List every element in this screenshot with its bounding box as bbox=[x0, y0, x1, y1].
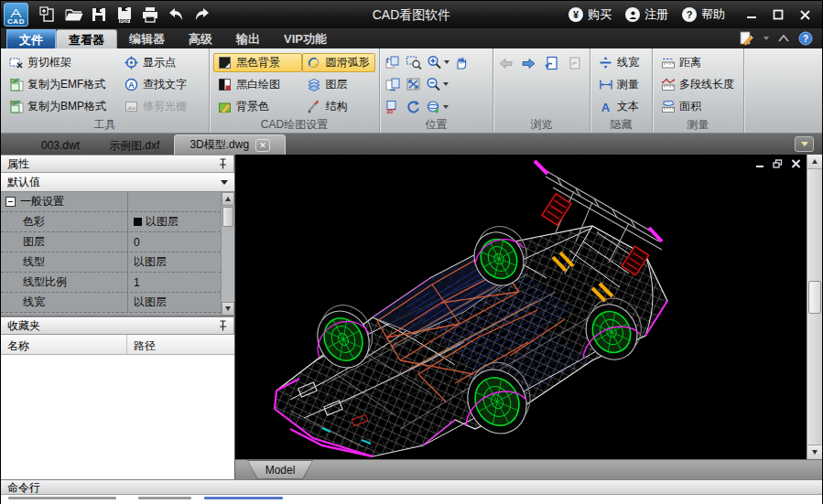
black-background-toggle[interactable]: 黑色背景 bbox=[213, 53, 302, 72]
property-row-layer[interactable]: 图层 0 bbox=[1, 232, 221, 252]
drawing-canvas[interactable]: Model bbox=[235, 155, 822, 479]
yen-icon: ¥ bbox=[569, 7, 583, 22]
hide-text-button[interactable]: A 文本 bbox=[594, 97, 648, 116]
trim-raster-button[interactable]: 修剪光栅 bbox=[120, 97, 204, 116]
property-row-color[interactable]: 色彩 以图层 bbox=[1, 212, 221, 232]
rotate-view-button[interactable] bbox=[384, 54, 402, 70]
collapse-expander-icon[interactable] bbox=[5, 197, 16, 207]
new-file-icon bbox=[38, 5, 57, 24]
flip-view-button[interactable] bbox=[384, 76, 402, 92]
close-tab-button[interactable]: ✕ bbox=[255, 139, 270, 152]
ribbon-group-tools: 剪切框架 EMF 复制为EMF格式 BMP 复制为BMP格式 显示点 bbox=[1, 48, 210, 133]
open-file-button[interactable] bbox=[60, 4, 86, 26]
menu-tab-advanced[interactable]: 高级 bbox=[177, 29, 224, 48]
zoom-out-button[interactable] bbox=[425, 76, 449, 92]
layers-button[interactable]: 图层 bbox=[302, 75, 375, 94]
redo-button[interactable] bbox=[189, 4, 214, 26]
view-forward-button[interactable] bbox=[520, 56, 537, 71]
pan-button[interactable] bbox=[453, 54, 471, 70]
minimize-button[interactable] bbox=[746, 9, 757, 20]
undo-button[interactable] bbox=[163, 4, 189, 26]
quick-edit-button[interactable] bbox=[739, 31, 754, 46]
find-text-button[interactable]: A 查找文字 bbox=[120, 75, 204, 94]
property-group-row[interactable]: 一般设置 bbox=[1, 192, 221, 212]
canvas-scrollbar-thumb[interactable] bbox=[808, 281, 821, 314]
quick-edit-dropdown[interactable] bbox=[763, 37, 769, 40]
properties-scrollbar[interactable] bbox=[221, 192, 234, 316]
mdi-restore-button[interactable] bbox=[773, 159, 783, 168]
canvas-vertical-scrollbar[interactable] bbox=[807, 155, 822, 459]
menu-tab-vip[interactable]: VIP功能 bbox=[272, 29, 339, 48]
help-link[interactable]: ? 帮助 bbox=[682, 6, 725, 23]
scrollbar-thumb[interactable] bbox=[222, 207, 233, 227]
zoom-window-button[interactable] bbox=[405, 54, 423, 70]
favorites-col-path[interactable]: 路径 bbox=[127, 335, 234, 354]
measure-distance-button[interactable]: 距离 bbox=[656, 53, 740, 72]
measure-area-button[interactable]: 面积 bbox=[656, 97, 740, 116]
pin-icon[interactable] bbox=[219, 320, 227, 331]
buy-link[interactable]: ¥ 购买 bbox=[569, 6, 612, 23]
bw-drawing-button[interactable]: 黑白绘图 bbox=[213, 75, 302, 94]
favorites-col-name[interactable]: 名称 bbox=[1, 335, 127, 354]
clip-frame-button[interactable]: 剪切框架 bbox=[5, 53, 120, 72]
register-link[interactable]: 注册 bbox=[625, 6, 668, 23]
menu-tab-file[interactable]: 文件 bbox=[6, 29, 56, 48]
favorites-panel-header: 收藏夹 bbox=[1, 316, 234, 335]
structure-button[interactable]: 结构 bbox=[302, 97, 375, 116]
ribbon-help-button[interactable]: ? bbox=[798, 31, 813, 46]
show-points-button[interactable]: 显示点 bbox=[120, 53, 204, 72]
view-redo-button[interactable] bbox=[566, 55, 583, 71]
property-row-linetype-scale[interactable]: 线型比例 1 bbox=[1, 273, 221, 293]
zoom-in-button[interactable] bbox=[426, 54, 450, 70]
view-restore-button[interactable] bbox=[543, 55, 560, 71]
tab-list-dropdown-button[interactable] bbox=[795, 136, 814, 152]
copy-emf-button[interactable]: EMF 复制为EMF格式 bbox=[5, 75, 120, 94]
zoom-in-dropdown[interactable] bbox=[444, 60, 449, 64]
scroll-down-button[interactable] bbox=[222, 302, 234, 316]
favorites-list-empty[interactable] bbox=[1, 355, 234, 479]
copy-bmp-button[interactable]: BMP 复制为BMP格式 bbox=[5, 97, 120, 116]
rotate-angle-button[interactable]: 35° bbox=[384, 99, 402, 115]
scroll-up-button[interactable] bbox=[222, 192, 234, 206]
zoom-extents-button[interactable] bbox=[405, 76, 422, 92]
refresh-view-button[interactable] bbox=[405, 99, 422, 115]
measure-polyline-button[interactable]: 多段线长度 bbox=[656, 75, 740, 94]
menu-tab-viewer[interactable]: 查看器 bbox=[56, 29, 117, 48]
hide-lineweight-button[interactable]: 线宽 bbox=[594, 53, 648, 72]
select-caret-icon bbox=[221, 180, 228, 185]
background-color-button[interactable]: 背景色 bbox=[213, 97, 302, 116]
print-button[interactable] bbox=[137, 4, 163, 26]
model-tab[interactable]: Model bbox=[247, 460, 313, 479]
property-row-linetype[interactable]: 线型 以图层 bbox=[1, 252, 221, 273]
mdi-window-controls bbox=[755, 159, 801, 168]
view-back-button[interactable] bbox=[497, 56, 514, 71]
maximize-button[interactable] bbox=[773, 9, 784, 20]
menu-tab-editor[interactable]: 编辑器 bbox=[117, 29, 177, 48]
save-button[interactable] bbox=[86, 4, 112, 26]
pin-icon[interactable] bbox=[219, 158, 227, 169]
new-file-button[interactable] bbox=[35, 4, 60, 26]
hide-measure-button[interactable]: 测量 bbox=[594, 75, 648, 94]
canvas-scroll-up-button[interactable] bbox=[807, 155, 822, 169]
mdi-minimize-button[interactable] bbox=[755, 160, 764, 168]
save-pdf-button[interactable]: PDF bbox=[112, 4, 137, 26]
smooth-arc-toggle[interactable]: 圆滑弧形 bbox=[302, 53, 375, 72]
command-line-header[interactable]: 命令行 bbox=[1, 479, 822, 495]
question-icon: ? bbox=[682, 7, 697, 22]
doc-tab-003dwt[interactable]: 003.dwt bbox=[27, 136, 94, 155]
menu-tab-output[interactable]: 输出 bbox=[224, 29, 272, 48]
doc-tab-sample-dxf[interactable]: 示例图.dxf bbox=[94, 136, 174, 155]
doc-tab-3d-model-dwg[interactable]: 3D模型.dwg ✕ bbox=[174, 134, 286, 155]
mdi-close-button[interactable] bbox=[791, 159, 801, 168]
command-line-input-row[interactable] bbox=[1, 495, 822, 504]
chevron-down-icon bbox=[801, 142, 808, 146]
copy-bmp-icon: BMP bbox=[9, 100, 24, 113]
property-preset-select[interactable]: 默认值 bbox=[1, 173, 234, 192]
orbit-3d-button[interactable] bbox=[425, 99, 449, 115]
zoom-out-dropdown[interactable] bbox=[443, 82, 449, 86]
orbit-3d-dropdown[interactable] bbox=[443, 105, 449, 109]
canvas-scroll-down-button[interactable] bbox=[807, 445, 822, 459]
collapse-ribbon-button[interactable] bbox=[777, 34, 790, 43]
property-row-lineweight[interactable]: 线宽 以图层 bbox=[1, 293, 221, 313]
close-button[interactable] bbox=[799, 9, 811, 21]
